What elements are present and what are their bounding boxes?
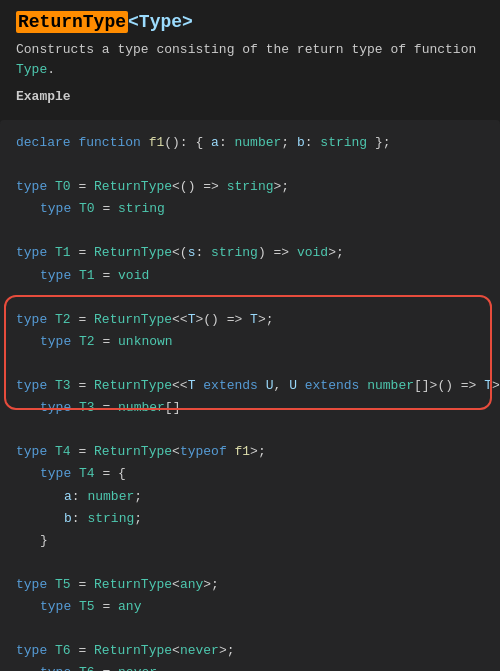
code-t4-result4: } (16, 530, 484, 552)
code-t4-result2: a: number; (16, 486, 484, 508)
blank (16, 353, 484, 375)
blank (16, 220, 484, 242)
code-t6-result: type T6 = never (16, 662, 484, 671)
page-title: ReturnType<Type> (16, 12, 484, 32)
code-t3: type T3 = ReturnType<<T extends U, U ext… (16, 375, 484, 397)
description: Constructs a type consisting of the retu… (16, 40, 484, 79)
code-t1-result: type T1 = void (16, 265, 484, 287)
blank (16, 154, 484, 176)
blank (16, 287, 484, 309)
code-t5: type T5 = ReturnType<any>; (16, 574, 484, 596)
title-generic: <Type> (128, 12, 193, 32)
code-t0: type T0 = ReturnType<() => string>; (16, 176, 484, 198)
code-t4-result3: b: string; (16, 508, 484, 530)
blank (16, 618, 484, 640)
code-t2-result: type T2 = unknown (16, 331, 484, 353)
example-label: Example (16, 89, 484, 104)
title-highlight: ReturnType (16, 11, 128, 33)
code-t4-result1: type T4 = { (16, 463, 484, 485)
code-block: declare function f1(): { a: number; b: s… (0, 120, 500, 671)
page-header: ReturnType<Type> Constructs a type consi… (0, 0, 500, 120)
page-container: ReturnType<Type> Constructs a type consi… (0, 0, 500, 671)
code-t1: type T1 = ReturnType<(s: string) => void… (16, 242, 484, 264)
code-t2: type T2 = ReturnType<<T>() => T>; (16, 309, 484, 331)
code-declare: declare function f1(): { a: number; b: s… (16, 132, 484, 154)
code-t0-result: type T0 = string (16, 198, 484, 220)
code-t3-result: type T3 = number[] (16, 397, 484, 419)
blank (16, 552, 484, 574)
type-link[interactable]: Type (16, 62, 47, 77)
code-t5-result: type T5 = any (16, 596, 484, 618)
code-t6: type T6 = ReturnType<never>; (16, 640, 484, 662)
code-t4: type T4 = ReturnType<typeof f1>; (16, 441, 484, 463)
blank (16, 419, 484, 441)
